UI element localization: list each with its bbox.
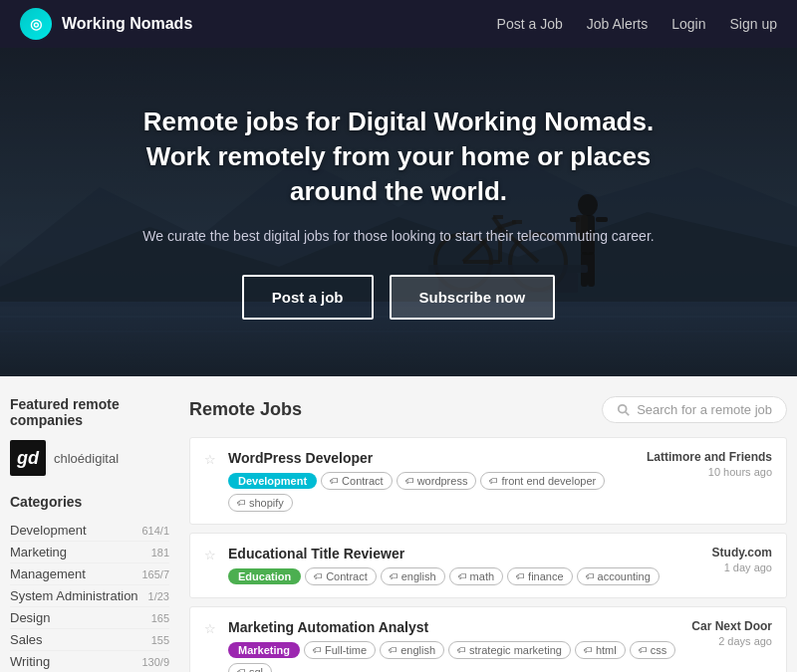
category-writing[interactable]: Writing 130/9 [10, 651, 169, 672]
nav-links: Post a Job Job Alerts Login Sign up [497, 16, 777, 32]
svg-point-26 [619, 404, 627, 412]
job-tag-2-4: css [630, 641, 676, 659]
job-category-0[interactable]: Development [228, 473, 317, 489]
brand-name: Working Nomads [62, 15, 192, 33]
svg-line-27 [626, 411, 630, 415]
search-placeholder: Search for a remote job [637, 402, 772, 417]
job-time-0: 10 hours ago [647, 466, 772, 478]
job-tag-1-4: accounting [577, 567, 660, 585]
category-sales[interactable]: Sales 155 [10, 629, 169, 651]
job-tag-1-2: math [449, 567, 503, 585]
category-sysadmin[interactable]: System Administration 1/23 [10, 585, 169, 607]
job-tag-1-0: Contract [305, 567, 377, 585]
job-card-2[interactable]: ☆ Marketing Automation Analyst Marketing… [189, 606, 787, 672]
job-meta-2: Car Next Door 2 days ago [691, 619, 772, 647]
job-main-0: WordPress Developer Development Contract… [228, 450, 637, 512]
signup-nav[interactable]: Sign up [730, 16, 777, 32]
brand-icon: ◎ [20, 8, 52, 40]
job-main-1: Educational Title Reviewer Education Con… [228, 546, 702, 585]
category-development[interactable]: Development 614/1 [10, 520, 169, 542]
job-alerts-nav[interactable]: Job Alerts [587, 16, 648, 32]
hero-buttons: Post a job Subscribe now [130, 275, 667, 320]
job-tag-0-1: wordpress [397, 472, 477, 490]
job-company-2: Car Next Door [691, 619, 772, 633]
job-title-2: Marketing Automation Analyst [228, 619, 681, 635]
sidebar: Featured remote companies gd chloédigita… [10, 396, 169, 672]
job-tag-0-2: front end developer [480, 472, 605, 490]
jobs-header: Remote Jobs Search for a remote job [189, 396, 787, 423]
categories-title: Categories [10, 494, 169, 510]
hero-title: Remote jobs for Digital Working Nomads. … [130, 105, 667, 209]
search-box[interactable]: Search for a remote job [602, 396, 787, 423]
job-tag-2-3: html [575, 641, 626, 659]
main-layout: Featured remote companies gd chloédigita… [0, 376, 797, 672]
job-title-0: WordPress Developer [228, 450, 637, 466]
category-marketing[interactable]: Marketing 181 [10, 542, 169, 563]
hero-section: Remote jobs for Digital Working Nomads. … [0, 48, 797, 376]
job-title-1: Educational Title Reviewer [228, 546, 702, 561]
subscribe-now-button[interactable]: Subscribe now [390, 275, 556, 320]
category-design[interactable]: Design 165 [10, 607, 169, 629]
category-management[interactable]: Management 165/7 [10, 563, 169, 585]
job-tags-1: Education Contract english math finance … [228, 567, 702, 585]
job-time-2: 2 days ago [691, 635, 772, 647]
job-main-2: Marketing Automation Analyst Marketing F… [228, 619, 681, 672]
navbar: ◎ Working Nomads Post a Job Job Alerts L… [0, 0, 797, 48]
job-star-2: ☆ [204, 619, 218, 636]
login-nav[interactable]: Login [671, 16, 705, 32]
jobs-title: Remote Jobs [189, 399, 302, 420]
post-a-job-nav[interactable]: Post a Job [497, 16, 563, 32]
company-item[interactable]: gd chloédigital [10, 440, 169, 476]
job-card-1[interactable]: ☆ Educational Title Reviewer Education C… [189, 533, 787, 598]
company-logo: gd [10, 440, 46, 476]
job-company-0: Lattimore and Friends [647, 450, 772, 464]
job-category-2[interactable]: Marketing [228, 642, 300, 658]
company-name: chloédigital [54, 451, 119, 466]
job-tag-1-3: finance [507, 567, 572, 585]
job-meta-1: Study.com 1 day ago [712, 546, 772, 573]
job-meta-0: Lattimore and Friends 10 hours ago [647, 450, 772, 478]
job-tags-0: Development Contract wordpress front end… [228, 472, 637, 512]
job-card-0[interactable]: ☆ WordPress Developer Development Contra… [189, 437, 787, 525]
job-tags-2: Marketing Full-time english strategic ma… [228, 641, 681, 672]
job-tag-0-3: shopify [228, 494, 293, 512]
job-company-1: Study.com [712, 546, 772, 560]
job-category-1[interactable]: Education [228, 568, 301, 584]
job-tag-0-0: Contract [321, 472, 393, 490]
job-star-1: ☆ [204, 546, 218, 562]
job-tag-2-5: sql [228, 663, 272, 672]
job-tag-2-0: Full-time [304, 641, 376, 659]
post-a-job-button[interactable]: Post a job [242, 275, 374, 320]
jobs-area: Remote Jobs Search for a remote job ☆ Wo… [189, 396, 787, 672]
job-tag-1-1: english [381, 567, 445, 585]
job-time-1: 1 day ago [712, 561, 772, 573]
job-tag-2-1: english [380, 641, 444, 659]
hero-content: Remote jobs for Digital Working Nomads. … [110, 105, 687, 321]
brand: ◎ Working Nomads [20, 8, 497, 40]
job-tag-2-2: strategic marketing [448, 641, 571, 659]
hero-subtitle: We curate the best digital jobs for thos… [130, 225, 667, 247]
featured-companies-title: Featured remote companies [10, 396, 169, 428]
job-star-0: ☆ [204, 450, 218, 467]
search-icon [617, 403, 631, 417]
